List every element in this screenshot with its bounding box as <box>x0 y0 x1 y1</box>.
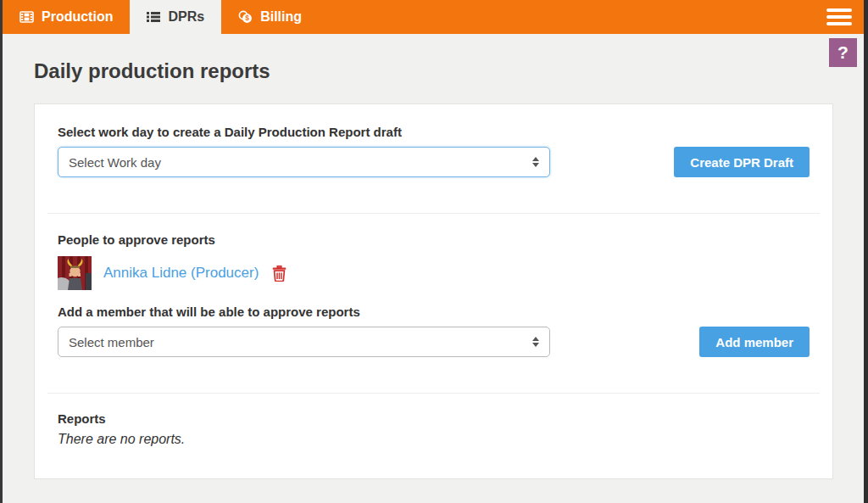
work-day-select-value: Select Work day <box>69 155 532 170</box>
approvers-heading: People to approve reports <box>58 232 810 247</box>
add-member-button[interactable]: Add member <box>699 327 810 357</box>
list-icon <box>147 11 160 23</box>
approver-row: Annika Lidne (Producer) <box>58 256 810 290</box>
window-edge-left <box>0 0 3 503</box>
member-select-value: Select member <box>69 335 532 349</box>
approvers-section: People to approve reports <box>58 232 810 357</box>
add-member-label: Add a member that will be able to approv… <box>58 305 810 319</box>
tab-dprs[interactable]: DPRs <box>130 0 221 34</box>
select-stepper-icon <box>532 337 539 347</box>
coins-icon: $ <box>238 10 253 24</box>
page-title: Daily production reports <box>34 59 270 83</box>
reports-heading: Reports <box>58 411 810 426</box>
hamburger-icon[interactable] <box>826 8 852 25</box>
top-navigation-bar: Production DPRs $ Billing <box>3 0 864 34</box>
reports-section: Reports There are no reports. <box>58 411 810 447</box>
tab-production[interactable]: Production <box>3 0 130 34</box>
trash-icon[interactable] <box>272 265 287 282</box>
divider <box>47 213 820 214</box>
create-draft-section: Select work day to create a Daily Produc… <box>58 125 810 177</box>
select-stepper-icon <box>532 157 539 167</box>
divider <box>47 393 820 394</box>
approver-member-link[interactable]: Annika Lidne (Producer) <box>103 265 259 282</box>
help-button[interactable]: ? <box>829 38 857 67</box>
tab-billing-label: Billing <box>260 9 302 25</box>
work-day-label: Select work day to create a Daily Produc… <box>58 125 810 139</box>
dpr-panel: Select work day to create a Daily Produc… <box>34 103 833 479</box>
reports-empty-text: There are no reports. <box>58 432 810 447</box>
window-edge-right <box>864 0 868 503</box>
member-select[interactable]: Select member <box>58 327 550 357</box>
tab-billing[interactable]: $ Billing <box>221 0 319 34</box>
create-dpr-draft-button[interactable]: Create DPR Draft <box>674 147 810 177</box>
svg-text:$: $ <box>245 14 249 22</box>
avatar <box>58 256 92 290</box>
tab-production-label: Production <box>42 9 113 25</box>
film-icon <box>19 10 34 24</box>
work-day-select[interactable]: Select Work day <box>58 147 550 177</box>
tab-dprs-label: DPRs <box>168 9 204 25</box>
